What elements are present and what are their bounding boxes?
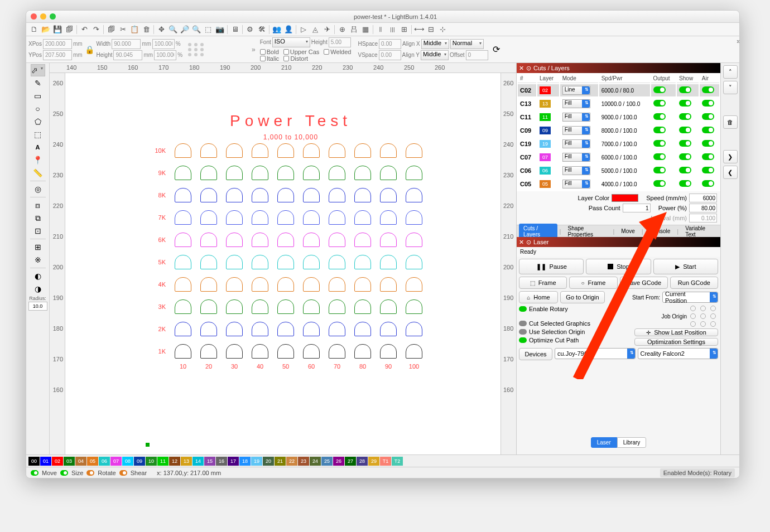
layer-row[interactable]: C1111Fill9000.0 / 100.0	[518, 111, 719, 123]
tools-icon[interactable]: 🛠	[256, 24, 267, 35]
show-last-pos-button[interactable]: ✛ Show Last Position	[634, 328, 718, 336]
paste-icon[interactable]: 📋	[129, 24, 140, 35]
refresh-icon[interactable]: ⟳	[493, 44, 500, 55]
space-icon[interactable]: ⊞	[398, 24, 410, 35]
delete-icon[interactable]: 🗑	[141, 24, 152, 35]
font-height[interactable]	[329, 37, 351, 47]
undock-laser-icon[interactable]: ⊙	[526, 239, 531, 246]
frame-circle-button[interactable]: ○ Frame	[569, 277, 617, 289]
palette-swatch[interactable]: 17	[228, 457, 239, 466]
new-icon[interactable]: 🗋	[28, 24, 40, 35]
nav-left-button[interactable]: ❮	[723, 166, 738, 179]
pause-button[interactable]: ❚❚Pause	[519, 259, 584, 274]
palette-swatch[interactable]: 18	[239, 457, 251, 466]
palette-swatch[interactable]: 04	[75, 457, 86, 466]
layer-row[interactable]: C0202Line6000.0 / 80.0	[518, 84, 719, 96]
layer-row[interactable]: C1919Fill7000.0 / 100.0	[518, 138, 719, 150]
undo-icon[interactable]: ↶	[79, 24, 90, 35]
cut-icon[interactable]: ✂	[117, 24, 128, 35]
cut-selected-toggle[interactable]	[519, 321, 527, 326]
palette-swatch[interactable]: 24	[310, 457, 321, 466]
frame-rect-button[interactable]: ⬚ Frame	[519, 277, 567, 289]
grid-tool-icon[interactable]: ⊞	[31, 241, 45, 253]
go-origin-button[interactable]: Go to Origin	[560, 291, 605, 303]
layer-color-swatch[interactable]	[612, 194, 638, 202]
close-window[interactable]	[31, 13, 37, 20]
font-select[interactable]: ISO	[272, 37, 310, 47]
target-icon[interactable]: ⊕	[336, 24, 348, 35]
boolean-tool-icon[interactable]: ⧉	[31, 212, 45, 224]
nav-delete-button[interactable]: 🗑	[723, 115, 738, 129]
minimize-window[interactable]	[40, 13, 46, 20]
distribute-h-icon[interactable]: ⫴	[375, 24, 386, 35]
palette-swatch[interactable]: 15	[204, 457, 215, 466]
palette-swatch[interactable]: T2	[392, 457, 403, 466]
ellipse-tool-icon[interactable]: ○	[31, 103, 45, 115]
layer-row[interactable]: C0505Fill4000.0 / 100.0	[518, 178, 719, 190]
layer-row[interactable]: C0606Fill5000.0 / 100.0	[518, 165, 719, 177]
palette-swatch[interactable]: 03	[64, 457, 75, 466]
start-from-select[interactable]: Current Position	[662, 292, 718, 303]
edit-nodes-icon[interactable]: ⬚	[31, 128, 45, 141]
height-pct[interactable]	[154, 50, 176, 60]
pass-count-input[interactable]	[623, 204, 651, 212]
palette-swatch[interactable]: T1	[380, 457, 391, 466]
save-gcode-button[interactable]: Save GCode	[620, 277, 668, 289]
start-button[interactable]: ▶Start	[653, 259, 718, 274]
snap-icon[interactable]: ⊹	[437, 24, 448, 35]
text-tool-icon[interactable]: A	[31, 141, 45, 153]
palette-swatch[interactable]: 05	[87, 457, 98, 466]
lock-icon[interactable]: 🔒	[85, 45, 94, 54]
palette-swatch[interactable]: 19	[251, 457, 262, 466]
marker-tool-icon[interactable]: 📍	[31, 154, 45, 166]
port-select[interactable]: cu.Joy-79CB	[555, 348, 636, 359]
dock-icon[interactable]: ⊟	[425, 24, 436, 35]
import-icon[interactable]: 🗐	[64, 24, 75, 35]
palette-swatch[interactable]: 08	[122, 457, 133, 466]
palette-swatch[interactable]: 22	[286, 457, 297, 466]
opt-settings-button[interactable]: Optimization Settings	[634, 338, 718, 346]
welded-check[interactable]	[324, 49, 329, 55]
palette-swatch[interactable]: 12	[169, 457, 180, 466]
aligny-select[interactable]: Middle	[421, 50, 449, 60]
group-tool-icon[interactable]: ⊡	[31, 225, 45, 237]
palette-swatch[interactable]: 14	[192, 457, 204, 466]
layer-row[interactable]: C0909Fill8000.0 / 100.0	[518, 124, 719, 137]
palette-swatch[interactable]: 02	[52, 457, 63, 466]
radius-input[interactable]	[28, 302, 47, 311]
palette-swatch[interactable]: 25	[321, 457, 333, 466]
distribute-v-icon[interactable]: ⫼	[387, 24, 398, 35]
measure-icon[interactable]: ⟷	[413, 24, 425, 35]
hspace-input[interactable]	[379, 39, 401, 49]
shape1-icon[interactable]: ◐	[31, 270, 45, 282]
palette-swatch[interactable]: 01	[40, 457, 51, 466]
run-gcode-button[interactable]: Run GCode	[670, 277, 718, 289]
array-tool-icon[interactable]: ※	[31, 254, 45, 266]
layer-row[interactable]: C0707Fill6000.0 / 100.0	[518, 151, 719, 163]
palette-swatch[interactable]: 28	[357, 457, 368, 466]
vspace-input[interactable]	[379, 50, 401, 60]
palette-swatch[interactable]: 20	[263, 457, 274, 466]
settings-icon[interactable]: ⚙	[244, 24, 256, 35]
user-icon[interactable]: 👤	[283, 24, 294, 35]
palette-swatch[interactable]: 23	[298, 457, 309, 466]
interval-input[interactable]	[689, 214, 717, 223]
nav-down-button[interactable]: ˅	[723, 81, 738, 94]
palette-swatch[interactable]: 27	[345, 457, 356, 466]
palette-swatch[interactable]: 06	[99, 457, 110, 466]
shape2-icon[interactable]: ◑	[31, 283, 45, 295]
weld-tool-icon[interactable]: ⧈	[31, 199, 45, 211]
zoom-out-icon[interactable]: 🔎	[179, 24, 190, 35]
measure-tool-icon[interactable]: 📏	[31, 167, 45, 179]
rotary-toggle[interactable]	[519, 306, 527, 312]
play-icon[interactable]: ▷	[298, 24, 309, 35]
rect-tool-icon[interactable]: ▭	[31, 90, 45, 102]
copy-icon[interactable]: 🗐	[105, 24, 117, 35]
mirror-icon[interactable]: ◬	[310, 24, 321, 35]
width-pct[interactable]	[152, 39, 175, 49]
right-tab[interactable]: Move	[617, 226, 639, 236]
width-input[interactable]	[112, 39, 141, 49]
bold-check[interactable]	[260, 49, 266, 55]
devices-button[interactable]: Devices	[519, 348, 552, 360]
send-icon[interactable]: ✈	[321, 24, 333, 35]
